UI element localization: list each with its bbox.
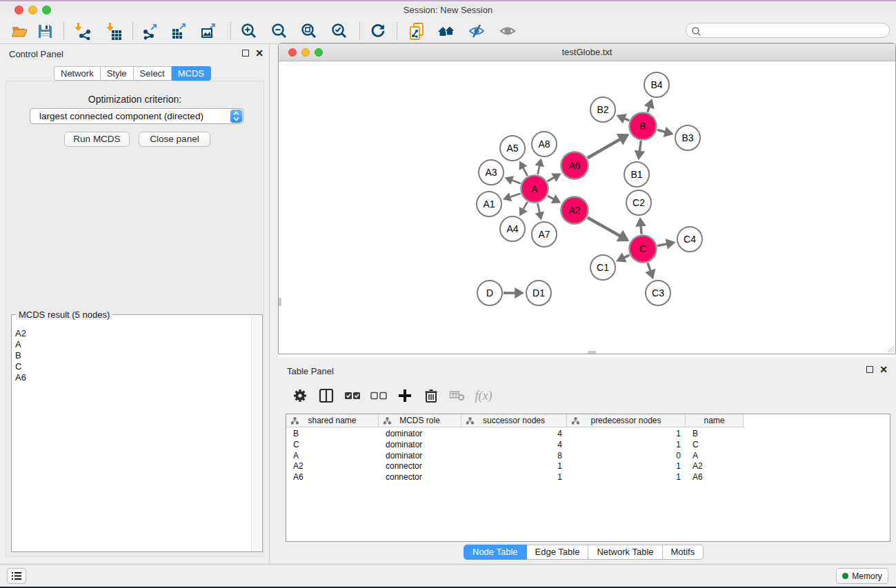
graph-edge-A6-B[interactable]	[588, 139, 621, 158]
network-graph-canvas[interactable]: B4B2BB3A5A8A6B1A3AC2A1A2A4A7C4CC1C3DD1	[279, 62, 895, 352]
graph-edge-A-A4[interactable]	[523, 202, 527, 210]
table-cell[interactable]: 8	[461, 451, 567, 462]
column-header-shared-name[interactable]: shared name	[286, 414, 379, 427]
table-cell[interactable]: A2	[286, 461, 379, 472]
close-panel-icon[interactable]: ✕	[255, 50, 263, 57]
graph-edge-A-A6[interactable]	[548, 177, 555, 181]
graph-edge-A-A1[interactable]	[510, 194, 520, 197]
show-view-icon[interactable]	[498, 21, 517, 41]
table-tab-motifs[interactable]: Motifs	[663, 545, 704, 560]
hide-view-icon[interactable]	[467, 21, 486, 41]
table-cell[interactable]: C	[686, 440, 744, 451]
table-cell[interactable]: dominator	[379, 440, 461, 451]
table-cell[interactable]: 1	[567, 461, 686, 472]
table-cell[interactable]: 1	[567, 440, 686, 451]
table-row[interactable]: A2connector11A2	[286, 461, 890, 472]
graph-edge-B-B1[interactable]	[639, 141, 641, 151]
optimization-dropdown[interactable]: largest connected component (directed)	[30, 108, 243, 124]
table-row[interactable]: Cdominator41C	[286, 440, 890, 451]
table-cell[interactable]: A	[286, 451, 379, 462]
mcds-result-item[interactable]: A	[15, 339, 26, 350]
save-session-button[interactable]	[35, 21, 54, 41]
delete-table-icon[interactable]	[448, 386, 467, 405]
graph-edge-A-A7[interactable]	[537, 203, 539, 213]
zoom-fit-icon[interactable]	[299, 21, 319, 41]
import-table-icon[interactable]	[105, 21, 124, 41]
select-all-icon[interactable]	[343, 386, 362, 405]
control-tab-network[interactable]: Network	[54, 66, 101, 81]
table-cell[interactable]: B	[286, 429, 379, 440]
mcds-result-item[interactable]: B	[15, 350, 26, 361]
table-cell[interactable]: 0	[567, 451, 686, 462]
export-image-icon[interactable]	[199, 21, 219, 41]
table-cell[interactable]: dominator	[379, 451, 461, 462]
deselect-all-icon[interactable]	[369, 386, 388, 405]
table-cell[interactable]: 4	[461, 440, 567, 451]
control-tab-select[interactable]: Select	[134, 66, 172, 81]
network-close-button[interactable]	[288, 48, 297, 57]
export-table-icon[interactable]	[170, 21, 189, 41]
table-cell[interactable]: A6	[686, 472, 744, 483]
graph-edge-C-C1[interactable]	[624, 255, 629, 258]
column-header-name[interactable]: name	[686, 414, 744, 427]
graph-edge-B-B3[interactable]	[657, 130, 666, 132]
graph-edge-C-C2[interactable]	[641, 225, 641, 234]
table-tab-node-table[interactable]: Node Table	[464, 545, 527, 560]
table-cell[interactable]: C	[286, 440, 379, 451]
mcds-result-item[interactable]: A2	[15, 328, 26, 339]
table-tab-network-table[interactable]: Network Table	[588, 545, 662, 560]
search-input[interactable]	[686, 23, 890, 38]
network-minimize-button[interactable]	[301, 48, 310, 57]
zoom-selected-icon[interactable]	[330, 21, 349, 41]
graph-edge-A2-C[interactable]	[588, 218, 620, 236]
column-header-MCDS-role[interactable]: MCDS role	[379, 414, 461, 427]
graph-edge-B-B4[interactable]	[648, 107, 650, 112]
refresh-icon[interactable]	[368, 21, 388, 41]
resize-grip-icon[interactable]	[886, 345, 895, 353]
window-splitter[interactable]	[278, 354, 896, 358]
control-tab-style[interactable]: Style	[101, 66, 134, 81]
float-panel-icon[interactable]	[242, 50, 249, 57]
graph-edge-C-C4[interactable]	[657, 244, 667, 246]
table-row[interactable]: A6connector11A6	[286, 472, 890, 483]
table-cell[interactable]: A6	[286, 472, 379, 483]
graph-edge-B-B2[interactable]	[624, 119, 629, 121]
table-row[interactable]: Adominator80A	[286, 451, 890, 462]
table-cell[interactable]: 1	[567, 472, 686, 483]
table-tab-edge-table[interactable]: Edge Table	[527, 545, 589, 560]
graph-edge-A-A5[interactable]	[523, 168, 528, 176]
home-views-icon[interactable]	[437, 21, 456, 41]
table-cell[interactable]: 4	[461, 429, 567, 440]
add-column-icon[interactable]	[395, 386, 415, 405]
function-builder-icon[interactable]: f(x)	[474, 386, 493, 405]
table-cell[interactable]: 1	[567, 429, 686, 440]
close-table-panel-icon[interactable]: ✕	[879, 366, 888, 373]
mcds-result-scrollbar[interactable]	[251, 316, 261, 551]
task-history-button[interactable]	[7, 568, 26, 584]
graph-edge-A-A2[interactable]	[548, 196, 554, 199]
zoom-in-icon[interactable]	[239, 21, 259, 41]
control-tab-mcds[interactable]: MCDS	[172, 66, 211, 81]
delete-column-icon[interactable]	[421, 386, 441, 405]
graph-edge-A-A3[interactable]	[512, 180, 521, 183]
table-cell[interactable]: 1	[461, 461, 567, 472]
table-cell[interactable]: A2	[686, 461, 744, 472]
table-cell[interactable]: connector	[379, 461, 461, 472]
zoom-out-icon[interactable]	[270, 21, 289, 41]
graph-edge-A-A8[interactable]	[538, 165, 540, 174]
minimize-window-button[interactable]	[28, 6, 37, 14]
table-cell[interactable]: B	[686, 429, 744, 440]
import-network-icon[interactable]	[73, 21, 92, 41]
export-network-icon[interactable]	[141, 21, 160, 41]
table-cell[interactable]: connector	[379, 472, 461, 483]
table-cell[interactable]: dominator	[379, 429, 461, 440]
close-panel-button[interactable]: Close panel	[139, 132, 210, 147]
network-zoom-button[interactable]	[315, 48, 323, 57]
show-columns-icon[interactable]	[317, 386, 336, 405]
table-cell[interactable]: A	[686, 451, 744, 462]
table-row[interactable]: Bdominator41B	[286, 429, 890, 440]
zoom-window-button[interactable]	[42, 6, 51, 14]
close-window-button[interactable]	[14, 6, 23, 14]
table-settings-gear-icon[interactable]	[290, 386, 310, 405]
open-session-button[interactable]	[10, 21, 29, 41]
